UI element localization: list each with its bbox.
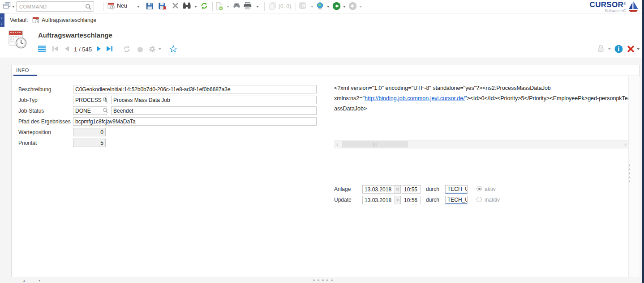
save-button[interactable] [146,2,154,10]
anlage-calendar-button[interactable]: 31 [395,185,401,194]
export-button[interactable] [299,2,307,9]
job-status-code-input[interactable]: DONE [73,106,107,115]
pfad-input[interactable]: bcpmfg1c8fcjav9MaDaTa [73,117,317,126]
next-record-button[interactable] [96,46,102,52]
xml-line-2: xmlns:ns2="http://binding.job.common.jev… [334,95,628,104]
export-icon [299,2,307,9]
navigate-back-button[interactable] [332,2,341,10]
brand-subtitle: Software AG [590,9,626,13]
update-calendar-button[interactable]: 31 [395,196,401,204]
first-record-button[interactable] [52,46,59,52]
scroll-right-icon[interactable]: › [624,141,626,148]
last-record-button[interactable] [106,46,113,52]
update-durch-label: durch [426,197,439,203]
back-dropdown-caret[interactable] [343,6,346,8]
refresh-icon [201,2,208,9]
beschreibung-input[interactable]: C0GeokodiereInitial:14:52b0b7d0-206c-11e… [73,85,317,93]
warteposition-label: Warteposition [18,129,51,135]
info-panel: INFO Beschreibung Job-Typ Job-Status Pfa… [11,65,640,277]
job-typ-text-input[interactable]: Process Mass Data Job [111,96,317,104]
circle-icon-disabled [137,46,143,53]
scroll-up-icon[interactable]: ▴ [23,279,25,283]
binoculars-icon [183,2,191,9]
lock-button[interactable] [597,44,605,53]
list-view-button[interactable] [38,46,46,52]
export-dropdown-caret[interactable] [311,6,313,8]
brand-registered-mark: ® [623,2,626,6]
new-dropdown-caret[interactable] [137,6,140,8]
entity-header: Auftragswarteschlange 1 / 545 [0,27,642,58]
cascade-dropdown-caret[interactable] [12,6,15,8]
globe-link-icon [316,2,324,10]
update-user-input[interactable]: TECH_U [445,196,468,204]
prioritaet-input[interactable]: 5 [73,139,106,147]
expand-left-icon[interactable]: › [1,21,2,26]
info-icon [614,45,623,53]
status-circle-button[interactable] [137,46,143,53]
clipboard-button[interactable]: (0, 0) [269,2,291,10]
close-x-icon [627,45,635,53]
inaktiv-radio[interactable] [477,197,482,202]
prioritaet-label: Priorität [18,140,37,146]
forward-dropdown-caret[interactable] [359,6,362,8]
new-document-button[interactable] [216,2,223,10]
window-cascade-button[interactable] [3,2,11,9]
history-item-icon [32,17,39,24]
navigate-forward-button[interactable] [348,2,357,10]
anlage-user-input[interactable]: TECH_U [445,185,468,194]
job-typ-lookup-icon[interactable] [103,97,108,102]
scrollbar-thumb[interactable]: ||| [342,141,408,148]
tab-info[interactable]: INFO [16,68,29,73]
settings-button[interactable] [149,46,156,53]
anlage-date-input[interactable]: 13.03.2018 [362,185,395,194]
main-toolbar: Neu (0, 0) [0,0,644,13]
aktiv-radio[interactable] [477,186,482,191]
favorite-button[interactable] [169,45,177,53]
update-time-input[interactable]: 10:56 [402,196,421,204]
anlage-label: Anlage [334,186,351,192]
new-document-caret[interactable] [227,6,229,8]
search-records-button[interactable] [183,2,191,9]
anlage-time-input[interactable]: 10:55 [402,185,421,194]
search-dropdown-caret[interactable] [194,6,197,8]
job-status-text-input[interactable]: Beendet [111,106,317,115]
history-item-auftragswarteschlange[interactable]: Auftragswarteschlange [42,17,96,23]
print-button[interactable] [244,2,252,9]
collapse-left-icon[interactable]: ‹ [1,16,2,21]
previous-record-icon [64,46,70,52]
previous-record-button[interactable] [64,46,70,52]
xml-horizontal-scrollbar[interactable]: ‹ ||| › [334,140,628,148]
delete-button[interactable] [172,2,179,9]
print-dropdown-caret[interactable] [256,6,259,8]
reload-record-button[interactable] [123,46,130,53]
printer-icon [244,2,252,9]
xml-namespace-link[interactable]: http://binding.job.common.jevi.cursor.de… [365,95,465,101]
warteposition-input[interactable]: 0 [73,128,106,136]
lock-dropdown-caret[interactable] [608,48,611,50]
close-button[interactable] [627,45,635,53]
command-input[interactable] [19,3,82,10]
web-link-button[interactable] [316,2,324,10]
tab-strip: INFO [12,65,639,76]
update-date-input[interactable]: 13.03.2018 [362,196,395,204]
web-link-caret[interactable] [327,6,330,8]
tools-button[interactable] [233,2,240,8]
save-and-delete-button[interactable] [159,2,167,10]
brand-name: CURSOR [590,0,623,9]
search-icon[interactable] [85,4,92,10]
application-window: Neu (0, 0) [0,0,644,283]
job-typ-code-input[interactable]: PROCESS_M [73,96,107,104]
scroll-left-icon[interactable]: ‹ [336,141,338,148]
hamburger-list-icon [38,46,46,52]
close-dropdown-caret[interactable] [637,48,640,50]
calendar-clock-icon [107,2,115,9]
info-button[interactable] [614,45,623,53]
job-status-lookup-icon[interactable] [103,108,108,113]
right-panel-edge [642,0,644,283]
settings-dropdown-caret[interactable] [159,48,161,50]
star-icon [169,45,177,53]
new-record-button[interactable]: Neu [107,2,127,9]
refresh-button[interactable] [201,2,208,9]
job-typ-label: Job-Typ [18,97,38,103]
scroll-down-icon[interactable]: ▾ [39,279,40,283]
